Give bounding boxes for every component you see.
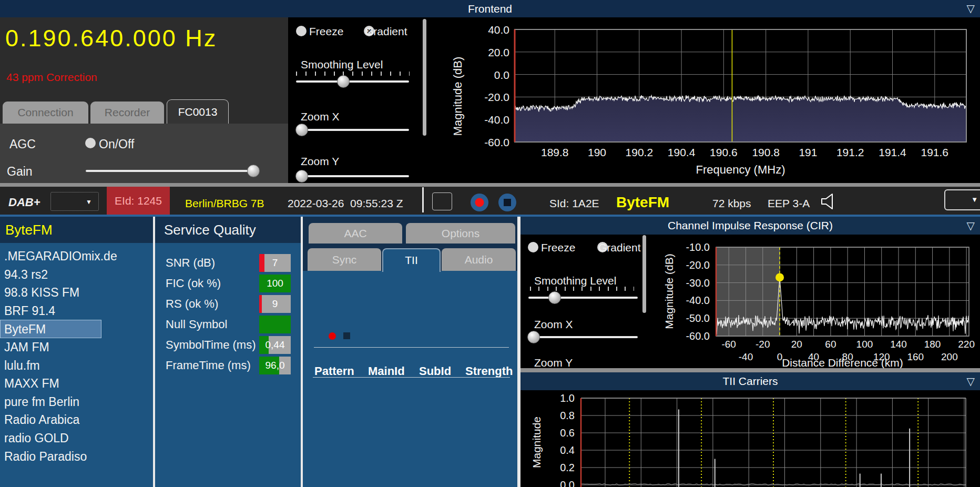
tii-collapse-icon[interactable]: ▽ bbox=[967, 372, 975, 390]
service-id-label: SId: 1A2E bbox=[549, 197, 599, 210]
decoder-panel: PatternMainIdSubIdStrength AACOptionsSyn… bbox=[303, 217, 517, 487]
station-item[interactable]: Radio Paradiso bbox=[0, 448, 153, 466]
current-service-label: ByteFM bbox=[616, 194, 669, 211]
station-list-header: ByteFM bbox=[0, 217, 153, 243]
svg-text:Magnitude (dB): Magnitude (dB) bbox=[663, 253, 675, 329]
agc-onoff-label: On/Off bbox=[99, 137, 134, 151]
spectrum-controls-panel: ✕ Freeze ✕ Gradient Smoothing Level Zoom… bbox=[288, 17, 427, 183]
decoder-tab-audio[interactable]: Audio bbox=[442, 248, 516, 271]
quality-bar: 0,44 bbox=[259, 336, 291, 354]
svg-text:-20.0: -20.0 bbox=[484, 91, 509, 103]
quality-row: RS (ok %)9 bbox=[155, 295, 301, 313]
tii-carriers-panel: TII Carriers ▽ 1.00.80.60.40.20.0Magnitu… bbox=[520, 372, 980, 487]
agc-radio[interactable]: ✕ bbox=[85, 138, 96, 148]
tii-plot[interactable]: 1.00.80.60.40.20.0Magnitude bbox=[520, 389, 980, 487]
tuner-tab-connection[interactable]: Connection bbox=[3, 102, 88, 124]
decoder-tab-sync[interactable]: Sync bbox=[308, 248, 381, 271]
svg-text:Frequency (MHz): Frequency (MHz) bbox=[696, 163, 785, 176]
station-item[interactable]: lulu.fm bbox=[0, 357, 153, 375]
cir-collapse-icon[interactable]: ▽ bbox=[967, 217, 975, 235]
ensemble-name: Berlin/BRBG 7B bbox=[185, 197, 264, 210]
svg-text:20.0: 20.0 bbox=[488, 46, 509, 58]
channel-selector[interactable]: 7B ▼ bbox=[50, 192, 99, 211]
cir-titlebar: Channel Impulse Response (CIR) ▽ bbox=[520, 217, 980, 235]
svg-text:-40.0: -40.0 bbox=[686, 295, 710, 306]
quality-row: FrameTime (ms)96,0 bbox=[155, 356, 301, 375]
cir-title: Channel Impulse Response (CIR) bbox=[668, 219, 833, 231]
decoder-tab-tii[interactable]: TII bbox=[382, 248, 441, 272]
svg-text:190.4: 190.4 bbox=[668, 146, 696, 158]
spectrum-freeze-checkbox[interactable]: ✕ bbox=[296, 26, 307, 36]
statusbar-divider bbox=[0, 183, 980, 187]
channel-dropdown-arrow: ▼ bbox=[86, 192, 92, 211]
svg-text:191: 191 bbox=[799, 146, 817, 158]
svg-text:180: 180 bbox=[924, 339, 941, 350]
svg-text:Magnitude: Magnitude bbox=[530, 417, 543, 468]
spectrum-plot: 40.020.00.0-20.0-40.0-60.0189.8190190.21… bbox=[427, 17, 980, 183]
service-quality-header: Service Quality bbox=[155, 217, 301, 243]
tii-column-pattern: Pattern bbox=[314, 364, 354, 378]
tuner-tab-recorder[interactable]: Recorder bbox=[90, 102, 164, 124]
spectrum-zoom-y-label: Zoom Y bbox=[301, 155, 339, 168]
svg-text:160: 160 bbox=[907, 351, 924, 362]
ppm-correction-label: 43 ppm Correction bbox=[6, 71, 97, 84]
service-quality-panel: Service Quality SNR (dB)7FIC (ok %)100RS… bbox=[155, 217, 301, 487]
decoder-tab-aac[interactable]: AAC bbox=[309, 223, 402, 244]
station-item[interactable]: ByteFM bbox=[0, 320, 101, 338]
quality-value: 96,0 bbox=[259, 357, 291, 374]
tii-title: TII Carriers bbox=[723, 375, 778, 387]
splitter-cir-tii[interactable] bbox=[520, 368, 980, 372]
tii-column-subid: SubId bbox=[419, 364, 451, 378]
protection-label: EEP 3-A bbox=[768, 197, 810, 210]
spectrum-smoothing-slider[interactable] bbox=[296, 75, 409, 88]
svg-text:0.0: 0.0 bbox=[560, 479, 575, 487]
spectrum-controls-scrollbar[interactable] bbox=[423, 19, 426, 136]
station-item[interactable]: 94.3 rs2 bbox=[0, 266, 153, 284]
quality-bar: 7 bbox=[259, 254, 291, 272]
mode-label: DAB+ bbox=[8, 196, 40, 209]
record-button[interactable] bbox=[471, 194, 488, 211]
quality-value bbox=[259, 316, 291, 333]
spectrum-gradient-label: Gradient bbox=[365, 25, 407, 38]
quality-label: Null Symbol bbox=[166, 315, 227, 334]
spectrum-zoom-y-slider[interactable] bbox=[296, 170, 409, 182]
frontend-collapse-icon[interactable]: ▽ bbox=[967, 0, 975, 17]
station-item[interactable]: JAM FM bbox=[0, 338, 153, 357]
svg-text:-60.0: -60.0 bbox=[686, 330, 710, 342]
quality-bar: 9 bbox=[259, 295, 291, 313]
gain-slider[interactable] bbox=[86, 165, 259, 177]
stop-button[interactable] bbox=[498, 194, 516, 211]
output-device-selector[interactable]: DAB ▼ bbox=[944, 189, 980, 210]
speaker-icon[interactable] bbox=[819, 193, 839, 210]
quality-row: SymbolTime (ms)0,44 bbox=[155, 336, 301, 354]
spectrum-zoom-x-slider[interactable] bbox=[296, 124, 409, 136]
tii-column-mainid: MainId bbox=[368, 364, 405, 378]
svg-text:Distance Difference (km): Distance Difference (km) bbox=[782, 357, 903, 368]
station-item[interactable]: radio GOLD bbox=[0, 429, 153, 448]
quality-row: SNR (dB)7 bbox=[155, 253, 301, 272]
svg-text:190: 190 bbox=[588, 146, 606, 158]
svg-text:220: 220 bbox=[958, 339, 975, 350]
ensemble-id-badge: EId: 1245 bbox=[107, 187, 170, 215]
svg-text:20: 20 bbox=[791, 339, 802, 350]
station-item[interactable]: MAXX FM bbox=[0, 374, 153, 393]
svg-text:190.6: 190.6 bbox=[710, 146, 738, 158]
station-item[interactable]: .MEGARADIOmix.de bbox=[0, 247, 153, 266]
cir-plot[interactable]: -10.0-20.0-30.0-40.0-50.0-60.0-60-202060… bbox=[520, 235, 980, 368]
svg-text:0.8: 0.8 bbox=[560, 410, 575, 421]
spectrum-chart-panel[interactable]: 40.020.00.0-20.0-40.0-60.0189.8190190.21… bbox=[427, 17, 980, 183]
svg-text:0.0: 0.0 bbox=[494, 69, 509, 81]
svg-text:40.0: 40.0 bbox=[488, 24, 509, 36]
quality-value: 9 bbox=[259, 295, 291, 313]
bitrate-label: 72 kbps bbox=[712, 197, 751, 210]
datetime-label: 2022-03-26 09:55:23 Z bbox=[288, 197, 403, 210]
tii-separator-line bbox=[314, 347, 509, 348]
svg-text:Magnitude (dB): Magnitude (dB) bbox=[451, 57, 464, 136]
station-item[interactable]: pure fm Berlin bbox=[0, 393, 153, 411]
recorder-dropdown-button[interactable]: ▼ bbox=[432, 192, 452, 210]
station-item[interactable]: BRF 91.4 bbox=[0, 302, 153, 320]
station-item[interactable]: Radio Arabica bbox=[0, 411, 153, 429]
station-item[interactable]: 98.8 KISS FM bbox=[0, 283, 153, 302]
decoder-tab-options[interactable]: Options bbox=[406, 223, 515, 244]
tuner-tab-fc0013[interactable]: FC0013 bbox=[167, 99, 229, 124]
